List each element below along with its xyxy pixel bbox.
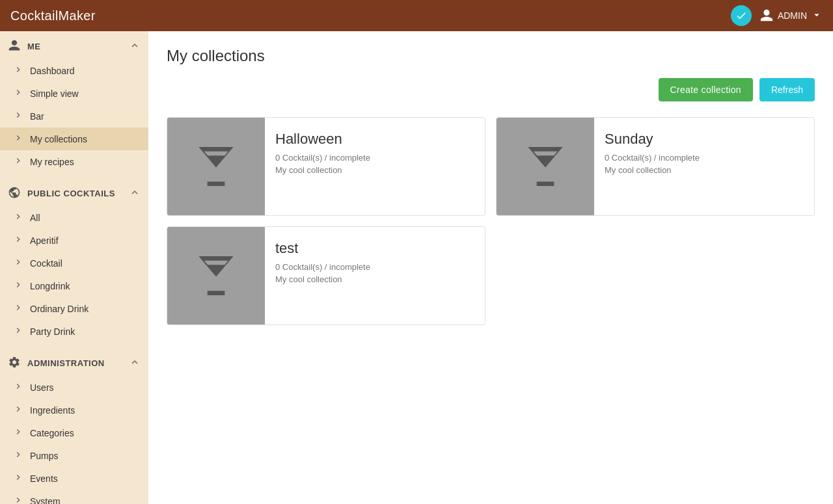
sidebar-item-system[interactable]: System: [0, 490, 148, 504]
user-menu[interactable]: ADMIN: [759, 8, 823, 23]
collection-thumbnail: [167, 118, 265, 215]
chevron-icon: [13, 211, 23, 224]
check-status-button[interactable]: [731, 5, 752, 26]
admin-expand-icon: [129, 356, 141, 370]
chevron-icon: [13, 155, 23, 168]
collection-description: My cool collection: [275, 165, 370, 175]
chevron-icon: [13, 110, 23, 122]
sidebar-item-dashboard[interactable]: Dashboard: [0, 59, 148, 82]
person-icon: [8, 39, 21, 54]
collection-name: test: [275, 240, 370, 257]
collection-thumbnail: [167, 227, 265, 325]
sidebar-item-my-recipes[interactable]: My recipes: [0, 150, 148, 173]
sidebar-section-me: ME Dashboard Simple view Bar My collecti…: [0, 31, 148, 176]
chevron-icon: [13, 302, 23, 315]
cocktail-icon: [190, 250, 242, 302]
chevron-icon: [13, 280, 23, 292]
collection-meta: 0 Cocktail(s) / incomplete: [275, 262, 370, 272]
chevron-icon: [13, 257, 23, 269]
sidebar-section-public: PUBLIC COCKTAILS All Aperitif Cocktail L…: [0, 178, 148, 345]
sidebar-item-categories[interactable]: Categories: [0, 421, 148, 444]
sidebar: ME Dashboard Simple view Bar My collecti…: [0, 31, 148, 504]
sidebar-item-users[interactable]: Users: [0, 376, 148, 399]
topbar-right: ADMIN: [731, 5, 823, 26]
collection-description: My cool collection: [605, 165, 700, 175]
collection-card-sunday[interactable]: Sunday 0 Cocktail(s) / incomplete My coo…: [496, 117, 815, 216]
chevron-icon: [13, 427, 23, 439]
user-icon: [759, 8, 774, 23]
sidebar-item-my-collections[interactable]: My collections: [0, 127, 148, 150]
user-menu-chevron: [811, 9, 823, 23]
collection-card-test[interactable]: test 0 Cocktail(s) / incomplete My cool …: [167, 226, 485, 325]
sidebar-item-simple-view[interactable]: Simple view: [0, 82, 148, 105]
me-expand-icon: [129, 40, 141, 53]
chevron-icon: [13, 64, 23, 77]
sidebar-item-label: Users: [30, 382, 141, 393]
sidebar-item-pumps[interactable]: Pumps: [0, 444, 148, 467]
sidebar-item-label: Ingredients: [30, 405, 141, 416]
collection-description: My cool collection: [275, 274, 370, 284]
chevron-icon: [13, 133, 23, 145]
sidebar-item-label: All: [30, 213, 141, 223]
sidebar-item-party-drink[interactable]: Party Drink: [0, 320, 148, 343]
sidebar-item-cocktail[interactable]: Cocktail: [0, 252, 148, 274]
app-layout: ME Dashboard Simple view Bar My collecti…: [0, 31, 833, 504]
sidebar-item-label: My collections: [30, 134, 141, 144]
sidebar-public-label: PUBLIC COCKTAILS: [27, 189, 122, 198]
sidebar-item-ingredients[interactable]: Ingredients: [0, 399, 148, 421]
sidebar-item-longdrink[interactable]: Longdrink: [0, 274, 148, 297]
sidebar-item-bar[interactable]: Bar: [0, 105, 148, 127]
chevron-icon: [13, 234, 23, 246]
sidebar-item-label: Aperitif: [30, 235, 141, 246]
app-title: CocktailMaker: [10, 8, 96, 23]
create-collection-button[interactable]: Create collection: [659, 78, 753, 101]
sidebar-item-label: Cocktail: [30, 258, 141, 269]
collection-meta: 0 Cocktail(s) / incomplete: [275, 153, 370, 163]
sidebar-item-label: Bar: [30, 111, 141, 122]
topbar: CocktailMaker ADMIN: [0, 0, 833, 31]
chevron-icon: [13, 404, 23, 416]
sidebar-admin-label: ADMINISTRATION: [27, 358, 122, 368]
collection-thumbnail: [497, 118, 594, 215]
collection-info: Sunday 0 Cocktail(s) / incomplete My coo…: [594, 118, 710, 215]
chevron-icon: [13, 472, 23, 484]
sidebar-item-events[interactable]: Events: [0, 467, 148, 490]
sidebar-item-label: Categories: [30, 428, 141, 438]
collection-info: Halloween 0 Cocktail(s) / incomplete My …: [265, 118, 381, 215]
chevron-icon: [13, 381, 23, 393]
sidebar-item-label: Party Drink: [30, 326, 141, 337]
collection-info: test 0 Cocktail(s) / incomplete My cool …: [265, 227, 381, 325]
sidebar-item-aperitif[interactable]: Aperitif: [0, 229, 148, 252]
refresh-button[interactable]: Refresh: [759, 78, 815, 101]
sidebar-section-me-header[interactable]: ME: [0, 34, 148, 59]
collection-name: Sunday: [605, 131, 700, 148]
sidebar-section-public-header[interactable]: PUBLIC COCKTAILS: [0, 181, 148, 206]
toolbar: Create collection Refresh: [167, 78, 815, 101]
sidebar-item-label: Ordinary Drink: [30, 304, 141, 314]
collection-meta: 0 Cocktail(s) / incomplete: [605, 153, 700, 163]
public-expand-icon: [129, 187, 141, 200]
gear-icon: [8, 356, 21, 371]
chevron-icon: [13, 449, 23, 462]
main-content: My collections Create collection Refresh…: [148, 31, 833, 504]
cocktail-icon: [190, 140, 242, 192]
sidebar-item-label: Simple view: [30, 88, 141, 99]
chevron-icon: [13, 325, 23, 338]
sidebar-item-label: Dashboard: [30, 66, 141, 76]
sidebar-section-admin-header[interactable]: ADMINISTRATION: [0, 351, 148, 376]
sidebar-item-label: Pumps: [30, 451, 141, 461]
chevron-icon: [13, 87, 23, 99]
page-title: My collections: [167, 47, 815, 65]
sidebar-item-ordinary-drink[interactable]: Ordinary Drink: [0, 297, 148, 320]
globe-icon: [8, 186, 21, 201]
collection-card-halloween[interactable]: Halloween 0 Cocktail(s) / incomplete My …: [167, 117, 485, 216]
chevron-icon: [13, 495, 23, 504]
sidebar-item-label: My recipes: [30, 157, 141, 167]
sidebar-section-admin: ADMINISTRATION Users Ingredients Categor…: [0, 348, 148, 504]
sidebar-item-all[interactable]: All: [0, 206, 148, 229]
sidebar-item-label: Longdrink: [30, 281, 141, 291]
check-icon: [735, 10, 747, 21]
sidebar-me-label: ME: [27, 42, 122, 51]
collections-grid: Halloween 0 Cocktail(s) / incomplete My …: [167, 117, 815, 325]
sidebar-item-label: Events: [30, 473, 141, 484]
